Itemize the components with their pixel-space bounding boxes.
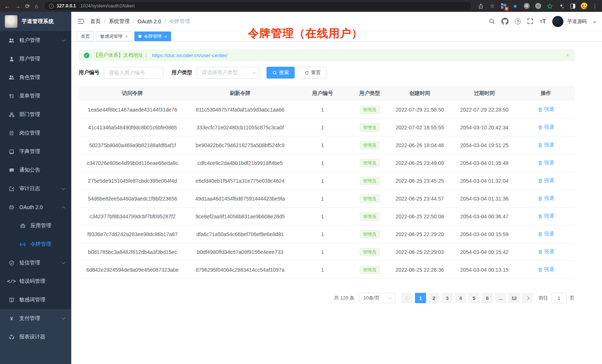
close-icon[interactable]: × <box>164 34 167 39</box>
sidebar-item-oauth-app[interactable]: 应用管理 <box>0 216 71 235</box>
extension-gem-icon[interactable]: ◆ <box>512 3 518 9</box>
force-logout-button[interactable]: 强退 <box>538 213 554 219</box>
sidebar-item-pay[interactable]: ¥ 支付管理 <box>0 309 71 328</box>
extension-star-icon[interactable] <box>546 3 553 9</box>
pager-page-5[interactable]: 5 <box>468 293 480 303</box>
extension-record-icon[interactable] <box>535 3 542 9</box>
site-info-icon[interactable]: i <box>49 4 54 9</box>
pager-more-button[interactable]: ... <box>495 293 506 303</box>
back-icon[interactable]: ← <box>4 3 10 9</box>
badge-icon <box>8 130 15 136</box>
sidebar-bottom-section: ¥ 支付管理 报表设计器 <box>0 309 71 364</box>
user-avatar[interactable] <box>552 16 563 27</box>
tab-sensitive-words[interactable]: 敏感词管理 × <box>96 32 132 41</box>
chevron-down-icon <box>62 186 65 190</box>
extension-spark-icon[interactable] <box>558 3 565 9</box>
sidebar-item-role[interactable]: 角色管理 <box>0 68 71 87</box>
force-logout-button[interactable]: 强退 <box>538 142 554 148</box>
home-icon[interactable]: ⌂ <box>35 3 38 9</box>
browser-profile-avatar[interactable] <box>581 3 588 9</box>
pager-page-2[interactable]: 2 <box>428 293 439 303</box>
pager-page-1[interactable]: 1 <box>415 293 426 303</box>
help-icon[interactable]: ? <box>515 19 521 24</box>
forward-icon[interactable]: → <box>15 3 20 9</box>
close-icon[interactable]: × <box>125 34 128 39</box>
shield-icon <box>8 260 15 266</box>
fullscreen-icon[interactable] <box>527 18 533 24</box>
sidebar-item-dict[interactable]: 字典管理 <box>0 142 71 161</box>
sidebar-item-tenant[interactable]: 租户管理 <box>0 31 71 50</box>
bookmark-star-icon[interactable]: ☆ <box>489 3 495 9</box>
force-logout-button[interactable]: 强退 <box>538 195 554 202</box>
sidebar-item-oauth[interactable]: OAuth 2.0 <box>0 198 71 216</box>
sidebar-item-oauth-token[interactable]: 令牌管理 <box>0 235 71 254</box>
force-logout-button[interactable]: 强退 <box>538 266 554 273</box>
sidebar-item-dept[interactable]: 部门管理 <box>0 105 71 124</box>
col-expires: 过期时间 <box>451 90 517 97</box>
tab-token-management[interactable]: 令牌管理 × <box>134 32 171 41</box>
extension-sidebar-icon[interactable] <box>569 3 576 9</box>
browser-menu-icon[interactable]: ⋮ <box>592 3 598 9</box>
sidebar-item-post[interactable]: 岗位管理 <box>0 124 71 142</box>
alert-close-icon[interactable]: × <box>566 52 569 59</box>
sidebar-collapse-icon[interactable] <box>77 18 84 24</box>
role-icon <box>8 75 15 80</box>
table-row: 502375b8040a469a9b82188afdf6af1f be90422… <box>79 136 575 154</box>
sidebar-item-label: 应用管理 <box>30 222 51 229</box>
force-logout-button[interactable]: 强退 <box>538 248 554 255</box>
sidebar-item-menu[interactable]: 菜单管理 <box>0 87 71 105</box>
sidebar-item-notice[interactable]: 通知公告 <box>0 161 71 179</box>
breadcrumb: 首页 / 系统管理 / OAuth 2.0 / 令牌管理 <box>90 18 190 25</box>
page-size-select[interactable]: 10条/页 <box>360 293 395 303</box>
user-menu-caret-icon[interactable] <box>593 21 596 23</box>
github-icon[interactable] <box>501 18 508 25</box>
reload-icon[interactable]: ⟳ <box>25 3 30 9</box>
pager-prev-button[interactable] <box>402 293 413 303</box>
search-icon[interactable] <box>489 18 495 24</box>
breadcrumb-home[interactable]: 首页 <box>90 18 101 25</box>
force-logout-button[interactable]: 强退 <box>538 159 554 166</box>
broadcast-icon <box>19 241 26 247</box>
extension-cmd-icon[interactable]: ⌘ <box>523 3 530 9</box>
breadcrumb-oauth[interactable]: OAuth 2.0 <box>138 19 161 24</box>
active-dot-icon <box>138 35 141 38</box>
audit-log-icon <box>8 186 15 192</box>
sidebar-item-sms[interactable]: 短信管理 <box>0 254 71 272</box>
doc-link[interactable]: https://doc.iocoder.cn/user-center/ <box>152 53 228 58</box>
sidebar-item-audit[interactable]: 审计日志 <box>0 179 71 198</box>
table-row: 41c41346a548490f9dc8b01c6bfe0865 333ecfc… <box>79 119 575 136</box>
force-logout-button[interactable]: 强退 <box>538 106 554 113</box>
page-suffix-label: 页 <box>570 295 575 301</box>
force-logout-button[interactable]: 强退 <box>538 124 554 130</box>
breadcrumb-system[interactable]: 系统管理 <box>109 18 130 25</box>
search-button[interactable]: 搜索 <box>266 67 295 79</box>
username[interactable]: 芋道源码 <box>567 18 587 25</box>
pager-page-6[interactable]: 6 <box>482 293 493 303</box>
tab-home[interactable]: 首页 <box>77 32 94 41</box>
chevron-down-icon <box>62 38 65 42</box>
share-icon[interactable] <box>477 3 484 9</box>
user-type-select[interactable]: 请选择用户类型 <box>197 67 260 79</box>
success-check-icon: ✓ <box>84 53 89 58</box>
extension-tabs-icon[interactable]: ◆ 9 <box>500 3 507 9</box>
address-bar[interactable]: i 127.0.0.1:1024/system/oauth2/token <box>45 2 471 10</box>
sidebar-item-errcode[interactable]: </> 错误码管理 <box>0 272 71 291</box>
message-bubble-icon <box>8 168 15 173</box>
app-logo[interactable]: 芋道管理系统 <box>0 12 71 31</box>
force-logout-button[interactable]: 强退 <box>538 231 554 237</box>
user-type-badge: 管理员 <box>360 159 380 167</box>
pager-next-button[interactable] <box>522 293 533 303</box>
pager-page-4[interactable]: 4 <box>455 293 466 303</box>
pager-page-12[interactable]: 12 <box>508 293 520 303</box>
font-size-icon[interactable]: TT <box>540 18 546 25</box>
reset-button[interactable]: 重置 <box>298 67 327 79</box>
sidebar-item-report[interactable]: 报表设计器 <box>0 328 71 346</box>
force-logout-button[interactable]: 强退 <box>538 177 554 184</box>
sidebar-item-sensitive[interactable]: 敏感词管理 <box>0 291 71 309</box>
pager-page-3[interactable]: 3 <box>442 293 453 303</box>
user-id-input[interactable] <box>104 67 163 79</box>
sidebar-item-user[interactable]: 用户管理 <box>0 50 71 68</box>
sidebar-item-label: 部门管理 <box>19 111 40 118</box>
doc-alert-banner: ✓ 【用户体系】文档地址： https://doc.iocoder.cn/use… <box>79 49 575 61</box>
goto-page-input[interactable] <box>551 293 567 303</box>
